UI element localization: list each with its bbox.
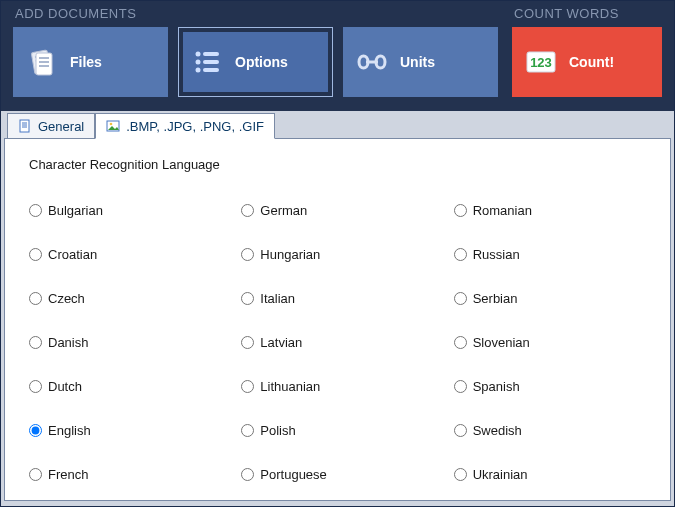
language-label: Swedish — [473, 423, 522, 438]
language-radio[interactable] — [454, 468, 467, 481]
language-option[interactable]: Polish — [241, 408, 433, 452]
language-label: Italian — [260, 291, 295, 306]
svg-rect-12 — [203, 60, 219, 64]
language-label: Latvian — [260, 335, 302, 350]
language-radio[interactable] — [29, 336, 42, 349]
language-radio[interactable] — [29, 292, 42, 305]
tab-general[interactable]: General — [7, 113, 95, 139]
svg-text:123: 123 — [530, 55, 552, 70]
language-option[interactable]: Ukrainian — [454, 452, 646, 496]
tab-images[interactable]: .BMP, .JPG, .PNG, .GIF — [95, 113, 275, 139]
language-radio[interactable] — [29, 204, 42, 217]
units-button-label: Units — [400, 54, 435, 70]
language-radio[interactable] — [29, 424, 42, 437]
language-option[interactable]: Italian — [241, 276, 433, 320]
language-radio[interactable] — [454, 248, 467, 261]
language-label: English — [48, 423, 91, 438]
section-count-words: COUNT WORDS 123 Count! — [508, 1, 666, 103]
language-label: Spanish — [473, 379, 520, 394]
language-option[interactable]: French — [29, 452, 221, 496]
language-grid: BulgarianGermanRomanianCroatianHungarian… — [29, 188, 646, 496]
files-icon — [14, 28, 70, 96]
section-label-count: COUNT WORDS — [508, 1, 666, 27]
language-radio[interactable] — [29, 248, 42, 261]
units-icon — [344, 28, 400, 96]
language-radio[interactable] — [241, 204, 254, 217]
svg-rect-4 — [36, 53, 52, 75]
section-add-documents: ADD DOCUMENTS — [9, 1, 508, 103]
count-icon: 123 — [513, 28, 569, 96]
svg-point-8 — [196, 52, 201, 57]
language-option[interactable]: Romanian — [454, 188, 646, 232]
language-label: Dutch — [48, 379, 82, 394]
svg-point-9 — [196, 60, 201, 65]
language-radio[interactable] — [29, 380, 42, 393]
options-button-label: Options — [235, 54, 288, 70]
tabstrip: General .BMP, .JPG, .PNG, .GIF — [1, 111, 674, 139]
count-button[interactable]: 123 Count! — [512, 27, 662, 97]
language-label: Lithuanian — [260, 379, 320, 394]
svg-point-10 — [196, 68, 201, 73]
files-button[interactable]: Files — [13, 27, 168, 97]
options-button[interactable]: Options — [178, 27, 333, 97]
language-label: German — [260, 203, 307, 218]
language-option[interactable]: Hungarian — [241, 232, 433, 276]
language-radio[interactable] — [241, 292, 254, 305]
options-icon — [179, 28, 235, 96]
language-option[interactable]: Danish — [29, 320, 221, 364]
image-icon — [106, 119, 120, 133]
language-option[interactable]: Czech — [29, 276, 221, 320]
language-label: Czech — [48, 291, 85, 306]
top-toolbar: ADD DOCUMENTS — [1, 1, 674, 111]
language-option[interactable]: English — [29, 408, 221, 452]
language-radio[interactable] — [241, 248, 254, 261]
language-option[interactable]: Croatian — [29, 232, 221, 276]
section-label-add: ADD DOCUMENTS — [9, 1, 508, 27]
language-option[interactable]: Swedish — [454, 408, 646, 452]
language-radio[interactable] — [454, 380, 467, 393]
language-label: Serbian — [473, 291, 518, 306]
language-label: Croatian — [48, 247, 97, 262]
language-radio[interactable] — [29, 468, 42, 481]
language-radio[interactable] — [241, 336, 254, 349]
add-buttons-row: Files Options — [9, 27, 508, 97]
language-label: Bulgarian — [48, 203, 103, 218]
language-option[interactable]: Spanish — [454, 364, 646, 408]
language-option[interactable]: Latvian — [241, 320, 433, 364]
language-option[interactable]: Russian — [454, 232, 646, 276]
language-radio[interactable] — [454, 204, 467, 217]
language-radio[interactable] — [241, 468, 254, 481]
count-buttons-row: 123 Count! — [508, 27, 666, 97]
language-label: Slovenian — [473, 335, 530, 350]
language-label: Hungarian — [260, 247, 320, 262]
svg-rect-17 — [20, 120, 29, 132]
svg-rect-11 — [203, 52, 219, 56]
language-radio[interactable] — [454, 424, 467, 437]
language-radio[interactable] — [454, 292, 467, 305]
panel-title: Character Recognition Language — [29, 157, 646, 172]
language-label: Danish — [48, 335, 88, 350]
language-option[interactable]: Slovenian — [454, 320, 646, 364]
language-option[interactable]: Serbian — [454, 276, 646, 320]
language-radio[interactable] — [241, 380, 254, 393]
language-option[interactable]: German — [241, 188, 433, 232]
units-button[interactable]: Units — [343, 27, 498, 97]
language-option[interactable]: Lithuanian — [241, 364, 433, 408]
language-label: Portuguese — [260, 467, 327, 482]
language-option[interactable]: Dutch — [29, 364, 221, 408]
language-label: Polish — [260, 423, 295, 438]
language-label: French — [48, 467, 88, 482]
count-button-label: Count! — [569, 54, 614, 70]
language-option[interactable]: Portuguese — [241, 452, 433, 496]
tab-general-label: General — [38, 119, 84, 134]
language-option[interactable]: Bulgarian — [29, 188, 221, 232]
language-label: Russian — [473, 247, 520, 262]
svg-rect-13 — [203, 68, 219, 72]
language-label: Romanian — [473, 203, 532, 218]
options-panel: Character Recognition Language Bulgarian… — [4, 138, 671, 501]
tab-images-label: .BMP, .JPG, .PNG, .GIF — [126, 119, 264, 134]
language-radio[interactable] — [241, 424, 254, 437]
language-radio[interactable] — [454, 336, 467, 349]
files-button-label: Files — [70, 54, 102, 70]
document-icon — [18, 119, 32, 133]
